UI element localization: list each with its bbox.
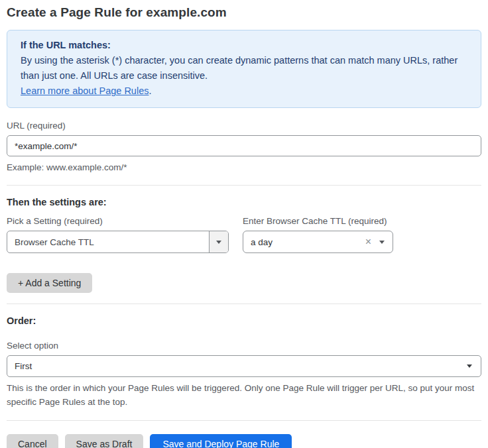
chevron-down-icon [216, 241, 221, 244]
clear-icon[interactable]: × [361, 237, 375, 247]
add-setting-button[interactable]: + Add a Setting [7, 273, 92, 293]
pick-setting-select[interactable]: Browser Cache TTL [7, 231, 229, 253]
footer-actions: Cancel Save as Draft Save and Deploy Pag… [7, 434, 481, 448]
save-as-draft-button[interactable]: Save as Draft [65, 434, 144, 448]
learn-more-link[interactable]: Learn more about Page Rules [21, 85, 149, 96]
url-label: URL (required) [7, 121, 481, 131]
url-match-info-box: If the URL matches: By using the asteris… [7, 30, 481, 108]
order-select-value: First [7, 361, 458, 371]
order-select-label: Select option [7, 341, 481, 351]
save-and-deploy-button[interactable]: Save and Deploy Page Rule [150, 434, 292, 448]
ttl-select[interactable]: a day × [243, 231, 393, 253]
order-heading: Order: [7, 315, 481, 326]
divider [7, 304, 481, 304]
order-caret [458, 364, 481, 368]
pick-setting-column: Pick a Setting (required) Browser Cache … [7, 207, 243, 253]
pick-setting-label: Pick a Setting (required) [7, 216, 243, 226]
page-rule-form: Create a Page Rule for example.com If th… [0, 0, 488, 448]
cancel-button[interactable]: Cancel [7, 434, 58, 448]
page-title: Create a Page Rule for example.com [7, 5, 481, 20]
ttl-caret-button[interactable] [375, 241, 393, 244]
settings-heading: Then the settings are: [7, 197, 481, 207]
pick-setting-caret-cell[interactable] [209, 231, 228, 252]
chevron-down-icon [467, 364, 472, 368]
info-box-body: By using the asterisk (*) character, you… [21, 53, 467, 84]
chevron-down-icon [379, 241, 385, 244]
ttl-label: Enter Browser Cache TTL (required) [243, 216, 402, 226]
order-select[interactable]: First [7, 355, 481, 377]
url-input[interactable] [7, 135, 481, 156]
ttl-value: a day [243, 237, 361, 247]
link-period: . [149, 85, 151, 96]
info-box-link-line: Learn more about Page Rules. [21, 84, 467, 99]
order-helper-text: This is the order in which your Page Rul… [7, 381, 481, 409]
ttl-column: Enter Browser Cache TTL (required) a day… [243, 207, 402, 253]
url-helper-text: Example: www.example.com/* [7, 161, 481, 174]
divider [7, 420, 481, 421]
divider [7, 185, 481, 186]
pick-setting-value: Browser Cache TTL [7, 231, 209, 252]
settings-row: Pick a Setting (required) Browser Cache … [7, 207, 481, 253]
info-box-heading: If the URL matches: [21, 38, 467, 53]
